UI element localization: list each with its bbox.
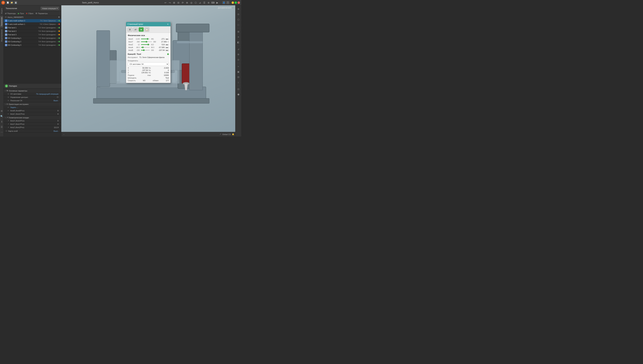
- rt-btn-10[interactable]: ≈: [236, 64, 241, 69]
- param-name-zadati[interactable]: Задать ...: [10, 106, 58, 108]
- rt-btn-4[interactable]: ⊞: [236, 29, 241, 34]
- t6-icon[interactable]: ⬡: [194, 1, 198, 4]
- t7-icon[interactable]: ⊿: [198, 1, 202, 4]
- sidebar-tab-model[interactable]: Модель: [0, 7, 3, 15]
- t1-icon[interactable]: ⊞: [172, 1, 176, 4]
- op-item-7[interactable]: 5D Contouring 3 T#4 8mm Цилиндриче: ✓: [4, 44, 61, 47]
- op-item-3[interactable]: Flat land 2 T#4 8mm Цилиндриче: ✓: [4, 30, 61, 33]
- maximize-button[interactable]: [234, 2, 237, 4]
- open-file-icon[interactable]: 📁: [10, 1, 13, 4]
- t10-icon[interactable]: ⌨: [211, 1, 215, 4]
- axis-icon-y-sync[interactable]: ↻: [168, 41, 169, 43]
- t4-icon[interactable]: ⊕: [185, 1, 189, 4]
- new-operation-button[interactable]: Новая операция ▾: [40, 7, 59, 10]
- param-group-orient-header[interactable]: ▾ ⊙ Ориентация инструмен:: [4, 102, 61, 106]
- user-avatar[interactable]: 👤: [222, 1, 225, 4]
- axis-icon-a-lock[interactable]: |◀▶|: [165, 46, 169, 48]
- sidebar-extra-icon[interactable]: ⋯: [0, 130, 4, 134]
- param-group-geom-header[interactable]: ▾ ↗ Геометрические коорди:: [4, 116, 61, 119]
- naladka-header: + Наладка: [4, 84, 61, 88]
- rt-btn-12[interactable]: ⊟: [236, 75, 241, 79]
- viewport[interactable]: Динамический ▾ Станочный пульт × ⏸ ⇄ ●: [61, 5, 241, 132]
- t11-icon[interactable]: ▶: [216, 1, 219, 4]
- op-item-5[interactable]: 5D Contouring 1 T#4 8mm Цилиндриче: ✓: [4, 36, 61, 40]
- coord-y-val: -107.94: [138, 69, 148, 71]
- op-status-1: ✓: [57, 23, 60, 25]
- sidebar-settings-icon[interactable]: ⚙: [0, 109, 4, 113]
- coord-nx-val: -0.844: [159, 67, 169, 69]
- rt-btn-13[interactable]: ↕: [236, 80, 241, 85]
- op-item-4[interactable]: Flat land 3 T#4 8mm Цилиндриче: ✓: [4, 33, 61, 36]
- t5-icon[interactable]: ◎: [190, 1, 193, 4]
- sidebar-search-icon[interactable]: 🔍: [0, 114, 4, 119]
- rt-btn-3[interactable]: □: [236, 22, 241, 27]
- modal-pause-button[interactable]: ⏸: [128, 27, 132, 32]
- op-tag-5: T#4: [38, 37, 41, 39]
- params-item[interactable]: ⚙ Параметры: [36, 12, 48, 14]
- sidebar-info-icon[interactable]: ℹ: [0, 119, 4, 124]
- rt-btn-15[interactable]: ⬣: [236, 92, 241, 97]
- t9-icon[interactable]: ⊚: [207, 1, 210, 4]
- reset-item[interactable]: ⊗ Сброс: [26, 12, 34, 14]
- axis-track-b[interactable]: [141, 50, 150, 50]
- dynamic-label[interactable]: Динамический ▾: [218, 7, 233, 9]
- start-item[interactable]: ▶ Пуск: [18, 12, 24, 14]
- axis-track-z[interactable]: [141, 44, 150, 45]
- rt-btn-6[interactable]: ◧: [236, 40, 241, 44]
- param-value-axisx: 0: [58, 120, 58, 122]
- sidebar-tab-technology[interactable]: Технология: [0, 16, 3, 27]
- axis-thumb-x: [147, 38, 148, 40]
- axis-icon-x-lock[interactable]: |◀▶|: [165, 38, 169, 40]
- app-logo[interactable]: ⬡: [1, 1, 5, 4]
- minimize-button[interactable]: [232, 2, 234, 4]
- t2-icon[interactable]: ⊟: [176, 1, 180, 4]
- rt-btn-11[interactable]: ▣: [236, 70, 241, 74]
- axis-icon-z-lock[interactable]: |◀▶|: [165, 44, 169, 46]
- op-item-1[interactable]: 5 axis multi surface 1 T#2 4.5mm Сфереск…: [4, 22, 61, 26]
- machine-settings-icon[interactable]: ⚙: [58, 16, 60, 18]
- sidebar-layers-icon[interactable]: ☰: [0, 124, 4, 129]
- rt-btn-14[interactable]: ⊡: [236, 87, 241, 92]
- coord-select[interactable]: СК заготовки: 54: [128, 62, 169, 66]
- sidebar-tab-simulation[interactable]: Моделирование: [0, 28, 3, 43]
- new-file-icon[interactable]: 📄: [6, 1, 9, 4]
- rt-btn-5[interactable]: ≡: [236, 35, 241, 39]
- op-tool-0: 5mm Сфереска:: [44, 20, 56, 22]
- add-icon[interactable]: +: [63, 133, 64, 135]
- op-item-2[interactable]: Flat land 1 T#3 6mm Цилиндриче: ✓: [4, 26, 61, 30]
- help-icon[interactable]: ?: [226, 1, 229, 4]
- axis-track-x[interactable]: [141, 38, 150, 39]
- naladka-add-button[interactable]: +: [5, 84, 8, 88]
- rt-btn-1[interactable]: ⊙: [236, 12, 241, 16]
- modal-title: Станочный пульт: [128, 23, 143, 25]
- save-file-icon[interactable]: 💾: [14, 1, 17, 4]
- axis-track-a[interactable]: [141, 47, 150, 48]
- op-item-6[interactable]: 5D Contouring 2 T#4 8mm Цилиндриче: ✓: [4, 40, 61, 44]
- axis-track-y[interactable]: [141, 42, 152, 42]
- rt-btn-0[interactable]: ⊕: [236, 7, 241, 11]
- modal-close-button[interactable]: ×: [166, 23, 169, 26]
- modal-log-button[interactable]: 📋: [144, 27, 149, 32]
- rt-btn-2[interactable]: ⬡: [236, 17, 241, 22]
- cs-label: Global CS: [222, 133, 231, 135]
- coord-z-val: 134.501: [138, 72, 148, 74]
- transitions-item[interactable]: ⇄ Переходы: [5, 12, 16, 14]
- param-group-geom-label: Геометрические коорди:: [8, 117, 29, 119]
- rt-btn-8[interactable]: ⊚: [236, 52, 241, 57]
- notification-icon[interactable]: 🔔: [232, 133, 234, 135]
- t3-icon[interactable]: ⟳: [181, 1, 184, 4]
- coord-x-label: X: [128, 67, 138, 69]
- op-tool-6: 8mm Цилиндриче:: [42, 41, 56, 42]
- modal-switch-button[interactable]: ⇄: [133, 27, 138, 32]
- redo-icon[interactable]: ↪: [168, 1, 172, 4]
- param-value-axisz: 111.9: [54, 126, 58, 128]
- t8-icon[interactable]: ☰: [202, 1, 206, 4]
- axis-icon-b-lock[interactable]: |◀▶|: [165, 49, 169, 51]
- modal-run-button[interactable]: ●: [139, 27, 144, 32]
- rt-btn-7[interactable]: ⊿: [236, 47, 241, 51]
- op-item-0[interactable]: 5 axis multi surface 3 T#1 5mm Сфереска:…: [4, 19, 61, 22]
- close-button[interactable]: [238, 2, 240, 4]
- undo-icon[interactable]: ↩: [164, 1, 167, 4]
- param-group-basic-header[interactable]: ▾ ⚙ Основные параметры: [4, 89, 61, 92]
- rt-btn-9[interactable]: ⊙: [236, 57, 241, 62]
